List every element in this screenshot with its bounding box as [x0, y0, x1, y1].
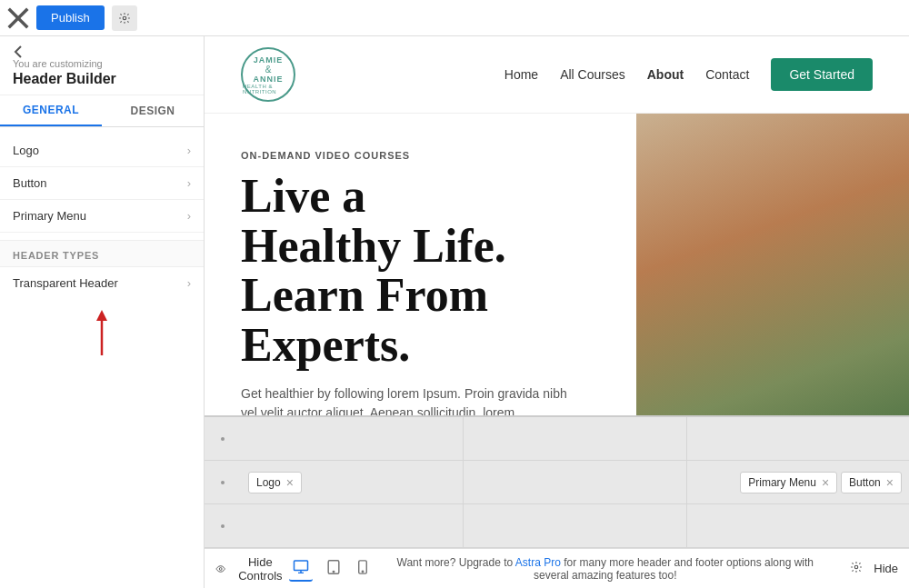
site-logo: JAMIE & ANNIE HEALTH & NUTRITION [241, 47, 295, 102]
eye-icon [215, 563, 225, 575]
row1-left[interactable] [241, 417, 464, 460]
nav-contact[interactable]: Contact [705, 67, 749, 82]
builder-row-2: Logo × Primary Menu × Button × [205, 461, 909, 504]
sidebar-item-button[interactable]: Button › [0, 167, 204, 200]
customizing-label: You are customizing [13, 58, 191, 69]
svg-point-8 [219, 567, 222, 570]
arrow-indicator [0, 310, 204, 364]
svg-point-6 [221, 481, 225, 484]
row1-right[interactable] [687, 417, 909, 460]
primary-menu-item-label: Primary Menu [13, 209, 86, 223]
row3-right[interactable] [687, 504, 909, 547]
nav-home[interactable]: Home [504, 67, 538, 82]
row2-right[interactable]: Primary Menu × Button × [687, 461, 909, 503]
sidebar-item-logo[interactable]: Logo › [0, 135, 204, 167]
site-header: JAMIE & ANNIE HEALTH & NUTRITION Home Al… [205, 36, 909, 114]
hero-title-line4: Experts. [241, 319, 410, 371]
row3-center[interactable] [464, 504, 686, 547]
bottom-right: Want more? Upgrade to Astra Pro for many… [371, 556, 898, 582]
hero-content: ON-DEMAND VIDEO COURSES Live a Healthy L… [205, 114, 636, 415]
transparent-header-item[interactable]: Transparent Header › [0, 267, 204, 299]
astra-pro-link[interactable]: Astra Pro [515, 556, 561, 569]
row3-left[interactable] [241, 504, 464, 547]
site-nav: Home All Courses About Contact Get Start… [504, 58, 873, 91]
svg-point-13 [334, 571, 335, 572]
close-button[interactable] [7, 7, 29, 29]
hero-section: ON-DEMAND VIDEO COURSES Live a Healthy L… [205, 114, 909, 415]
sidebar-tabs: GENERAL DESIGN [0, 95, 204, 127]
chevron-right-icon: › [187, 176, 191, 190]
hero-title-line3: Learn From [241, 269, 488, 321]
desktop-device-button[interactable] [289, 555, 313, 582]
logo-ampersand: & [265, 65, 272, 75]
sidebar-title: Header Builder [13, 71, 191, 87]
publish-button[interactable]: Publish [36, 5, 105, 30]
bottom-bar: Hide Controls [205, 548, 909, 588]
button-chip-close[interactable]: × [886, 476, 894, 489]
hero-image [636, 114, 909, 415]
toolbar-gear-button[interactable] [112, 5, 137, 31]
tablet-device-button[interactable] [324, 555, 344, 582]
transparent-header-label: Transparent Header [13, 276, 118, 290]
logo-chip[interactable]: Logo × [248, 472, 302, 493]
hide-button[interactable]: Hide [874, 562, 898, 575]
get-started-button[interactable]: Get Started [771, 58, 873, 91]
logo-subtitle: HEALTH & NUTRITION [243, 84, 294, 95]
mobile-device-button[interactable] [355, 555, 371, 582]
nav-about[interactable]: About [647, 67, 684, 82]
primary-menu-chip[interactable]: Primary Menu × [740, 472, 837, 493]
nav-all-courses[interactable]: All Courses [560, 67, 625, 82]
row2-center[interactable] [464, 461, 686, 503]
svg-point-16 [855, 565, 859, 569]
primary-menu-chip-label: Primary Menu [748, 476, 816, 489]
hide-controls-button[interactable]: Hide Controls [231, 555, 289, 583]
chevron-right-icon: › [187, 276, 191, 290]
hero-description: Get healthier by following lorem Ipsum. … [241, 384, 586, 415]
preview-area: JAMIE & ANNIE HEALTH & NUTRITION Home Al… [205, 36, 909, 588]
logo-chip-close[interactable]: × [286, 476, 294, 489]
hero-image-bg [636, 114, 909, 415]
builder-row-1 [205, 417, 909, 461]
row3-handle [205, 521, 241, 532]
svg-point-7 [221, 524, 225, 528]
button-chip[interactable]: Button × [841, 472, 902, 493]
hero-title: Live a Healthy Life. Learn From Experts. [241, 172, 600, 370]
toolbar-left: Publish [7, 5, 137, 31]
row1-center[interactable] [464, 417, 686, 460]
chevron-right-icon: › [187, 209, 191, 223]
builder-area: Logo × Primary Menu × Button × [205, 415, 909, 548]
back-button[interactable] [13, 45, 25, 58]
svg-point-2 [123, 16, 126, 20]
svg-marker-4 [96, 310, 107, 321]
tab-general[interactable]: GENERAL [0, 95, 102, 126]
row2-handle [205, 477, 241, 488]
device-switcher [289, 555, 371, 582]
top-toolbar: Publish [0, 0, 909, 36]
upgrade-notice: Want more? Upgrade to Astra Pro for many… [371, 556, 839, 582]
chevron-right-icon: › [187, 144, 191, 157]
logo-chip-label: Logo [256, 476, 281, 489]
sidebar-header: You are customizing Header Builder [0, 36, 204, 95]
button-chip-label: Button [849, 476, 881, 489]
sidebar: You are customizing Header Builder GENER… [0, 36, 205, 588]
main-area: You are customizing Header Builder GENER… [0, 36, 909, 588]
button-item-label: Button [13, 176, 47, 190]
logo-circle: JAMIE & ANNIE HEALTH & NUTRITION [241, 47, 295, 102]
svg-rect-9 [295, 561, 308, 571]
hero-title-line2: Healthy Life. [241, 220, 506, 272]
row1-handle [205, 434, 241, 444]
primary-menu-chip-close[interactable]: × [822, 476, 829, 489]
tab-design[interactable]: DESIGN [102, 95, 204, 126]
header-types-section: HEADER TYPES [0, 240, 204, 267]
logo-name-line1: JAMIE [254, 55, 284, 65]
bottom-settings-button[interactable] [846, 557, 866, 580]
logo-name-line2: ANNIE [253, 75, 283, 84]
sidebar-item-primary-menu[interactable]: Primary Menu › [0, 200, 204, 233]
row2-left[interactable]: Logo × [241, 461, 464, 503]
bottom-left: Hide Controls [215, 555, 289, 583]
builder-row-3 [205, 504, 909, 548]
logo-item-label: Logo [13, 144, 39, 157]
hero-tag: ON-DEMAND VIDEO COURSES [241, 150, 600, 161]
hero-title-line1: Live a [241, 170, 365, 222]
svg-point-5 [221, 437, 225, 441]
